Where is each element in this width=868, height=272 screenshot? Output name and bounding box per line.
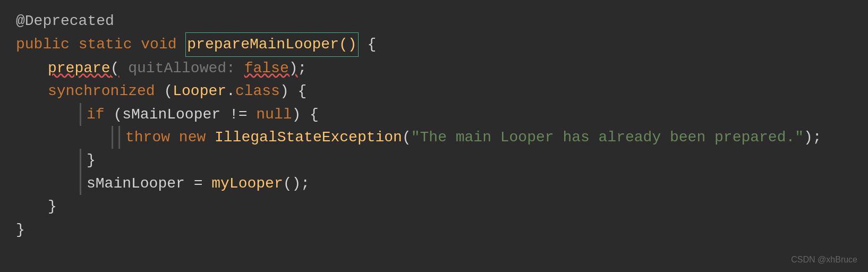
prepare-close: ) [289,57,298,80]
line-sMainLooper-assign: sMainLooper = myLooper (); [16,172,852,195]
keyword-synchronized: synchronized [48,80,155,103]
var-sMainLooper-1: sMainLooper [122,103,220,126]
method-prepare: prepare [48,57,110,80]
close-brace-sync: } [48,195,57,218]
vertical-bar-1 [80,103,81,126]
code-container: @Deprecated public static void prepareMa… [0,0,868,272]
keyword-static: static [79,33,132,56]
keyword-new: new [179,126,206,149]
keyword-class: class [235,80,280,103]
line-close-if: } [16,149,852,172]
exception-class: IllegalStateException [215,126,402,149]
line-signature: public static void prepareMainLooper() { [16,32,852,56]
keyword-throw: throw [125,126,170,149]
line-close-synchronized: } [16,195,852,218]
keyword-if: if [87,103,105,126]
vertical-bar-2 [112,126,113,149]
line-close-method: } [16,218,852,241]
method-myLooper: myLooper [211,172,283,195]
vertical-bar-3 [118,126,120,149]
annotation-text: @Deprecated [16,10,114,32]
watermark: CSDN @xhBruce [791,253,857,267]
line-prepare: prepare ( quitAllowed: false ) ; [16,57,852,80]
line-annotation: @Deprecated [16,10,852,32]
keyword-void: void [141,33,176,56]
line-if: if ( sMainLooper != null ) { [16,103,852,126]
vertical-bar-5 [80,172,81,195]
close-brace-if: } [87,149,96,172]
param-hint: quitAllowed: [119,57,235,80]
close-brace-method: } [16,218,25,241]
exception-message: "The main Looper has already been prepar… [411,126,804,149]
line-synchronized: synchronized ( Looper . class ) { [16,80,852,103]
keyword-public: public [16,33,70,56]
vertical-bar-4 [80,149,81,172]
param-value-false: false [244,57,289,80]
null-keyword: null [256,103,292,126]
method-name-highlighted: prepareMainLooper() [185,32,358,56]
var-sMainLooper-2: sMainLooper [87,172,185,195]
looper-class-ref: Looper [173,80,226,103]
line-throw: throw new IllegalStateException ( "The m… [16,126,852,149]
prepare-open-paren: ( [110,57,120,80]
